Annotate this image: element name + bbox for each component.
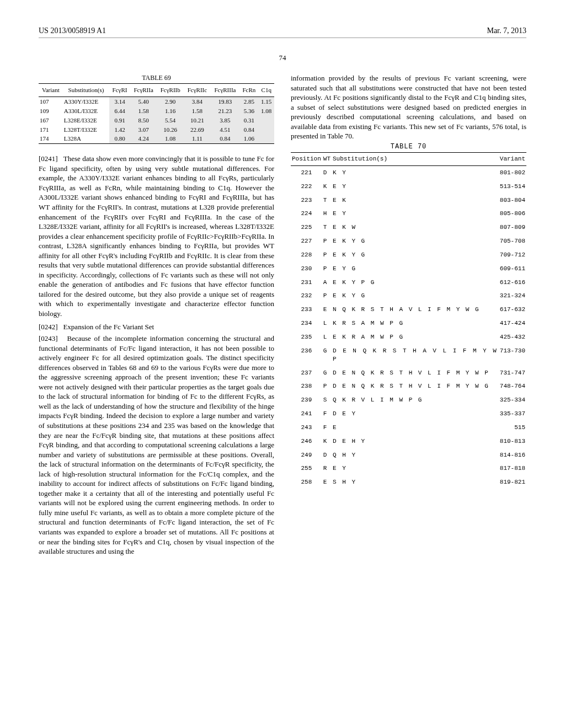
table-cell: 22.69 [184, 125, 210, 135]
table-cell: 230 [291, 262, 322, 276]
table-cell: 705-708 [499, 234, 526, 248]
table-cell [258, 134, 274, 143]
table-cell: 246 [291, 435, 322, 448]
table-cell: E [322, 475, 332, 489]
table-cell: 3.14 [109, 97, 130, 106]
table-cell: 5.54 [157, 116, 184, 125]
table-cell: 731-747 [499, 366, 526, 380]
table-row: 246KD E H Y810-813 [291, 435, 526, 448]
table-cell: 236 [291, 344, 322, 366]
para-num: [0243] [39, 334, 58, 342]
table-cell: 0.91 [109, 116, 130, 125]
table-cell: D [322, 165, 332, 179]
table-cell: 233 [291, 303, 322, 317]
table-row: 232PE K Y G321-324 [291, 289, 526, 303]
table-70-content: PositionWTSubstitution(s)Variant 221DK Y… [291, 152, 526, 489]
table-cell: 241 [291, 407, 322, 421]
table-row: 109A330L/I332E6.441.581.161.5821.235.361… [39, 106, 274, 116]
table-row: 243FE515 [291, 421, 526, 435]
table-cell: 21.23 [211, 106, 240, 116]
table-cell: 819-821 [499, 475, 526, 489]
table-cell: P [322, 289, 332, 303]
table-cell: 807-809 [499, 221, 526, 234]
table-cell: N Q K R S T H A V L I F M Y W G [332, 303, 499, 317]
table-row: 233EN Q K R S T H A V L I F M Y W G617-6… [291, 303, 526, 317]
table-cell: 321-324 [499, 289, 526, 303]
table-cell [258, 125, 274, 135]
table-row: 167L328E/I332E0.918.505.5410.213.850.31 [39, 116, 274, 125]
table-cell: 107 [39, 97, 63, 106]
table-cell: 513-514 [499, 180, 526, 194]
table-cell: 237 [291, 366, 322, 380]
table-69-header-cell: FcRn [239, 84, 258, 97]
table-cell: 10.26 [157, 125, 184, 135]
table-cell: E K R A M W P G [332, 330, 499, 344]
table-row: 238PD E N Q K R S T H V L I F M Y W G748… [291, 379, 526, 393]
table-row: 241FD E Y335-337 [291, 407, 526, 421]
table-cell: D E Y [332, 407, 499, 421]
table-cell: 1.06 [239, 134, 258, 143]
table-cell: 2.85 [239, 97, 258, 106]
table-cell: D E N Q K R S T H V L I F M Y W G [332, 379, 499, 393]
table-cell: 325-334 [499, 393, 526, 407]
table-70-header-cell: Substitution(s) [332, 153, 499, 166]
table-69-header-cell: FcγRI [109, 84, 130, 97]
table-cell: E Y G [332, 262, 499, 276]
table-cell: K R S A M W P G [332, 317, 499, 330]
table-cell: K Y [332, 165, 499, 179]
table-row: 234LK R S A M W P G417-424 [291, 317, 526, 330]
table-row: 236GD E N Q K R S T H A V L I F M Y W P7… [291, 344, 526, 366]
table-cell: 709-712 [499, 248, 526, 262]
table-cell: E [332, 421, 499, 435]
table-cell: 255 [291, 462, 322, 475]
table-cell: 515 [499, 421, 526, 435]
table-69-header-cell: FcγRIIc [184, 84, 210, 97]
page-number: 74 [39, 53, 526, 62]
table-cell: 4.51 [211, 125, 240, 135]
table-row: 107A330Y/I332E3.145.402.903.8419.832.851… [39, 97, 274, 106]
table-row: 230PE Y G609-611 [291, 262, 526, 276]
table-cell: H [322, 207, 332, 221]
table-cell: T [322, 194, 332, 207]
table-cell: 1.42 [109, 125, 130, 135]
table-cell: 0.80 [109, 134, 130, 143]
table-cell: 243 [291, 421, 322, 435]
table-cell: 227 [291, 234, 322, 248]
two-column-layout: TABLE 69 VariantSubstitution(s)FcγRIFcγR… [39, 73, 526, 558]
table-cell: E [322, 303, 332, 317]
table-cell: 810-813 [499, 435, 526, 448]
table-69-header-cell: FcγRIIb [157, 84, 184, 97]
table-cell: 0.31 [239, 116, 258, 125]
table-69-content: VariantSubstitution(s)FcγRIFcγRIIaFcγRII… [39, 83, 274, 144]
table-row: 258ES H Y819-821 [291, 475, 526, 489]
table-69-caption: TABLE 69 [39, 73, 274, 82]
table-cell: A [322, 276, 332, 290]
table-cell: E Y [332, 462, 499, 475]
table-cell: 3.07 [130, 125, 157, 135]
table-cell: 249 [291, 448, 322, 462]
table-cell: 174 [39, 134, 63, 143]
para-text: Because of the incomplete information co… [39, 334, 274, 555]
table-cell: 5.40 [130, 97, 157, 106]
table-cell: R [322, 462, 332, 475]
table-cell: 2.90 [157, 97, 184, 106]
table-cell: 1.15 [258, 97, 274, 106]
table-cell: 3.85 [211, 116, 240, 125]
table-cell [258, 116, 274, 125]
table-cell: 803-804 [499, 194, 526, 207]
table-cell: E K Y G [332, 289, 499, 303]
table-cell: 258 [291, 475, 322, 489]
table-row: 222KE Y513-514 [291, 180, 526, 194]
para-num: [0241] [39, 154, 58, 163]
table-69-header-cell: Variant [39, 84, 63, 97]
table-cell: E Y [332, 207, 499, 221]
table-cell: A330Y/I332E [63, 97, 109, 106]
table-cell: 222 [291, 180, 322, 194]
table-cell: Q K R V L I M W P G [332, 393, 499, 407]
table-cell: L [322, 330, 332, 344]
table-row: 237GD E N Q K R S T H V L I F M Y W P731… [291, 366, 526, 380]
table-69-header-cell: Substitution(s) [63, 84, 109, 97]
table-cell: 1.58 [130, 106, 157, 116]
table-cell: L328E/I332E [63, 116, 109, 125]
table-cell: 713-730 [499, 344, 526, 366]
